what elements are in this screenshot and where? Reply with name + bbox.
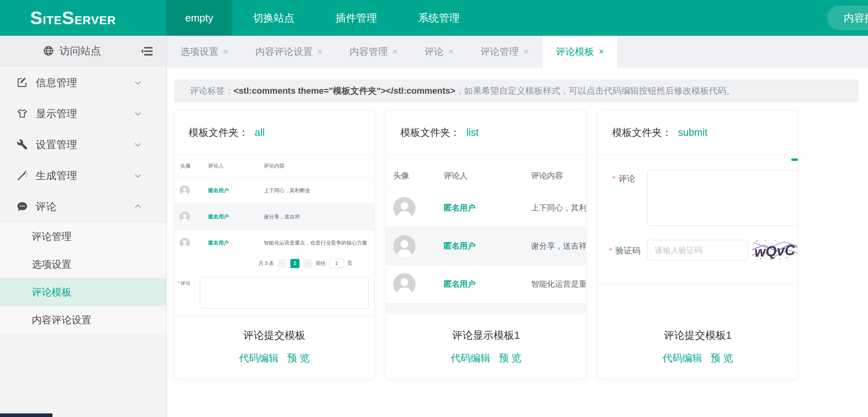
- card-header: 模板文件夹： submit: [598, 111, 798, 154]
- comment-user[interactable]: 匿名用户: [208, 239, 264, 247]
- avatar: [180, 185, 190, 196]
- preview-link[interactable]: 预 览: [287, 352, 310, 363]
- comment-user[interactable]: 匿名用户: [208, 187, 264, 194]
- chevron-down-icon: [133, 171, 143, 180]
- visit-site-label: 访问站点: [60, 44, 101, 58]
- comments-submenu: 评论管理 选项设置 评论模板 内容评论设置: [0, 222, 166, 334]
- top-menu-item-empty[interactable]: empty: [166, 0, 232, 36]
- page-unit-label: 页: [348, 260, 353, 267]
- content-search-button[interactable]: 内容搜索: [827, 6, 868, 30]
- chevron-up-icon: [133, 202, 143, 211]
- sidebar-item-settings-management[interactable]: 设置管理: [0, 129, 166, 160]
- app-logo[interactable]: SITESERVER: [0, 7, 166, 29]
- chevron-down-icon: [133, 140, 143, 149]
- comment-row: 匿名用户 智能化运营是重点，也是行业竞争的核心力量: [174, 230, 374, 256]
- preview-link[interactable]: 预 览: [711, 352, 733, 363]
- close-icon[interactable]: ×: [599, 46, 604, 57]
- visit-site-link[interactable]: 访问站点: [0, 36, 166, 66]
- card-header: 模板文件夹： all: [174, 111, 374, 154]
- template-title: 评论提交模板: [174, 328, 374, 342]
- comment-row: 匿名用户 谢分享，送吉祥: [174, 204, 374, 230]
- preview-link[interactable]: 预 览: [499, 352, 522, 363]
- comment-textarea[interactable]: [200, 277, 369, 309]
- browser-status-fragment: [0, 413, 52, 417]
- template-actions: 代码编辑 预 览: [598, 351, 798, 365]
- avatar: [393, 197, 416, 219]
- captcha-image[interactable]: wQvC: [752, 238, 798, 263]
- comment-textarea[interactable]: [647, 170, 798, 226]
- sidebar-menu: 信息管理 显示管理 设置管理: [0, 66, 166, 222]
- template-card-all: 模板文件夹： all 头像 评论人 评论内容 匿名用户 上下同心，其利断金 匿名…: [174, 110, 375, 379]
- sidebar-item-label: 设置管理: [36, 138, 77, 152]
- top-menu-item-system[interactable]: 系统管理: [398, 0, 480, 36]
- sidebar-item-label: 评论: [36, 200, 56, 214]
- comment-row: 匿名用户 上下同心，其利断金: [174, 178, 374, 204]
- tab-comment-management[interactable]: 评论管理 ×: [467, 36, 542, 68]
- banner-prefix: 评论标签：: [190, 86, 234, 96]
- close-icon[interactable]: ×: [448, 46, 454, 57]
- prev-page-button[interactable]: ‹: [278, 259, 287, 268]
- pagination-total: 共 3 条: [259, 260, 274, 267]
- code-edit-link[interactable]: 代码编辑: [451, 352, 491, 363]
- comment-text: 上下同心，其利断金: [531, 203, 586, 213]
- close-icon[interactable]: ×: [317, 46, 323, 57]
- comment-user[interactable]: 匿名用户: [208, 213, 264, 220]
- sidebar-item-display-management[interactable]: 显示管理: [0, 98, 166, 129]
- comment-row: 匿名用户 谢分享，送吉祥: [386, 227, 586, 265]
- template-actions: 代码编辑 预 览: [174, 351, 374, 365]
- close-icon[interactable]: ×: [523, 46, 528, 57]
- avatar: [393, 235, 416, 257]
- top-menu-item-plugins[interactable]: 插件管理: [315, 0, 398, 36]
- comment-user[interactable]: 匿名用户: [444, 203, 531, 213]
- sidebar-subitem-comment-management[interactable]: 评论管理: [0, 222, 166, 250]
- required-mark: *: [178, 280, 180, 286]
- folder-value-link[interactable]: list: [466, 127, 479, 138]
- wrench-icon: [17, 139, 28, 150]
- comment-text: 谢分享，送吉祥: [531, 241, 586, 251]
- tab-comments[interactable]: 评论 ×: [411, 36, 467, 68]
- preview-table-header: 头像 评论人 评论内容: [174, 154, 374, 178]
- comment-form-mini: *评论: [174, 277, 374, 309]
- comment-user[interactable]: 匿名用户: [444, 279, 531, 290]
- next-page-button[interactable]: ›: [303, 259, 312, 268]
- sidebar-subitem-option-settings[interactable]: 选项设置: [0, 250, 166, 278]
- tab-content-comment-settings[interactable]: 内容评论设置 ×: [242, 36, 336, 68]
- current-page-button[interactable]: 1: [290, 259, 300, 268]
- template-card-list: 模板文件夹： list 头像 评论人 评论内容 匿名用户 上下同心，其利断金 匿…: [386, 110, 586, 379]
- code-edit-link[interactable]: 代码编辑: [663, 352, 702, 363]
- sidebar-item-comments[interactable]: 评论: [0, 191, 166, 222]
- globe-icon: [43, 45, 54, 56]
- code-edit-link[interactable]: 代码编辑: [239, 352, 279, 363]
- svg-text:wQvC: wQvC: [754, 242, 796, 260]
- menu-fold-icon[interactable]: [140, 44, 154, 58]
- close-icon[interactable]: ×: [223, 46, 228, 57]
- avatar: [393, 273, 416, 295]
- goto-label: 前往: [316, 260, 326, 267]
- tshirt-icon: [17, 108, 28, 119]
- tab-comment-template[interactable]: 评论模板 ×: [542, 36, 618, 68]
- template-preview-list: 头像 评论人 评论内容 匿名用户 上下同心，其利断金 匿名用户 谢分享，送吉祥 …: [386, 154, 586, 314]
- top-menu-item-switch-site[interactable]: 切换站点: [232, 0, 315, 36]
- tab-option-settings[interactable]: 选项设置 ×: [167, 36, 242, 68]
- template-preview-submit: * 评论 * 验证码 wQvC: [598, 154, 798, 285]
- comment-text: 智能化运营是重点，也是行业竞争的核心力量: [531, 279, 586, 290]
- folder-value-link[interactable]: all: [255, 127, 265, 138]
- tab-content-management[interactable]: 内容管理 ×: [336, 36, 411, 68]
- sidebar-item-generate-management[interactable]: 生成管理: [0, 160, 166, 191]
- template-title: 评论显示模板1: [386, 328, 586, 342]
- banner-suffix: ，如果希望自定义模板样式，可以点击代码编辑按钮然后修改模板代码。: [455, 86, 735, 96]
- sidebar-subitem-content-comment-settings[interactable]: 内容评论设置: [0, 306, 166, 334]
- captcha-field-label: * 验证码: [609, 245, 640, 256]
- goto-page-input[interactable]: 1: [329, 259, 344, 268]
- sidebar-subitem-comment-template[interactable]: 评论模板: [0, 278, 166, 306]
- folder-value-link[interactable]: submit: [678, 127, 708, 138]
- captcha-input[interactable]: [647, 240, 748, 261]
- comment-field-label: *评论: [178, 280, 190, 309]
- clipped-row: [386, 303, 586, 313]
- comment-user[interactable]: 匿名用户: [444, 241, 531, 251]
- sidebar: 访问站点 信息管理: [0, 36, 167, 417]
- stl-tag-banner: 评论标签：<stl:comments theme="模板文件夹"></stl:c…: [174, 79, 858, 102]
- close-icon[interactable]: ×: [392, 46, 398, 57]
- template-cards: 模板文件夹： all 头像 评论人 评论内容 匿名用户 上下同心，其利断金 匿名…: [174, 110, 809, 379]
- sidebar-item-info-management[interactable]: 信息管理: [0, 67, 166, 98]
